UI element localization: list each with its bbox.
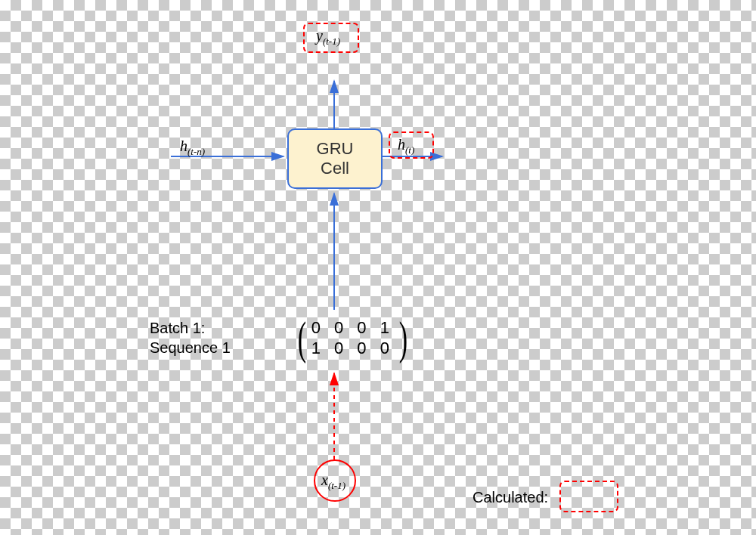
legend-swatch	[559, 481, 618, 512]
bracket-left: (	[298, 314, 306, 361]
y-sub: (t-1)	[323, 36, 340, 47]
h-in-sub: (t-n)	[187, 146, 205, 157]
h-out-label: h(t)	[398, 136, 414, 156]
x-base: x	[321, 472, 328, 488]
arrows-layer	[0, 0, 756, 535]
gru-line2: Cell	[321, 159, 349, 178]
x-sub: (t-1)	[328, 480, 345, 491]
matrix-row2: 1 0 0 0	[311, 338, 394, 359]
legend-text: Calculated:	[472, 489, 548, 506]
matrix-row1: 0 0 0 1	[311, 317, 394, 339]
input-matrix: ( 0 0 0 1 1 0 0 0 )	[294, 314, 411, 361]
batch-line1: Batch 1:	[150, 320, 205, 337]
h-in-base: h	[180, 138, 187, 154]
h-in-label: h(t-n)	[180, 138, 205, 158]
diagram-canvas: { "cell": { "line1": "GRU", "line2": "Ce…	[0, 0, 756, 535]
y-label: y(t-1)	[316, 27, 340, 48]
h-out-sub: (t)	[405, 144, 414, 156]
gru-cell: GRU Cell	[287, 128, 383, 189]
batch-line2: Sequence 1	[150, 339, 231, 357]
y-base: y	[316, 27, 323, 44]
bracket-right: )	[399, 314, 407, 361]
gru-line1: GRU	[317, 139, 354, 159]
h-out-base: h	[398, 136, 405, 153]
x-label: x(t-1)	[321, 472, 345, 492]
